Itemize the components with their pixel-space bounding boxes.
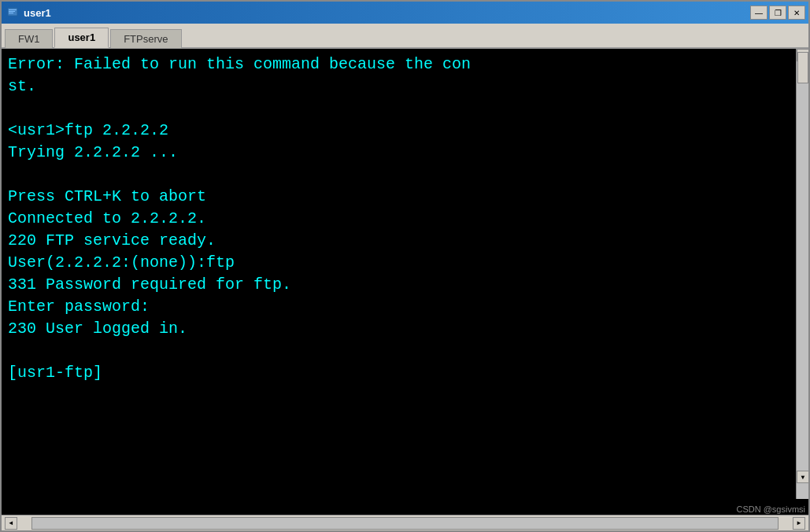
close-button[interactable]: ✕ <box>788 6 805 20</box>
svg-rect-3 <box>9 13 13 13</box>
svg-rect-2 <box>9 11 15 12</box>
main-window: user1 — ❐ ✕ FW1 user1 FTPserve Error: Fa… <box>0 0 810 532</box>
scroll-right-button[interactable]: ► <box>793 517 805 530</box>
terminal-output[interactable]: Error: Failed to run this command becaus… <box>2 49 808 515</box>
title-bar: user1 — ❐ ✕ <box>2 2 808 24</box>
restore-button[interactable]: ❐ <box>769 6 786 20</box>
window-title: user1 <box>24 7 51 19</box>
tab-user1[interactable]: user1 <box>54 28 109 48</box>
scroll-left-button[interactable]: ◄ <box>5 517 17 530</box>
tab-bar: FW1 user1 FTPserve <box>2 24 808 49</box>
svg-rect-1 <box>9 9 17 10</box>
title-controls: — ❐ ✕ <box>750 6 805 20</box>
bottom-bar: ◄ ► <box>2 515 808 530</box>
watermark: CSDN @sgsivmsi <box>733 504 808 515</box>
tab-ftpserve[interactable]: FTPserve <box>110 29 181 48</box>
window-icon <box>6 6 19 19</box>
tab-fw1[interactable]: FW1 <box>5 29 53 48</box>
terminal-area: Error: Failed to run this command becaus… <box>2 49 808 515</box>
minimize-button[interactable]: — <box>750 6 767 20</box>
scroll-thumb[interactable] <box>797 52 808 83</box>
horizontal-scrollbar[interactable] <box>31 517 779 530</box>
scroll-down-button[interactable]: ▼ <box>797 471 808 483</box>
title-bar-left: user1 <box>6 6 51 19</box>
vertical-scrollbar[interactable]: ▲ ▼ <box>796 49 808 499</box>
